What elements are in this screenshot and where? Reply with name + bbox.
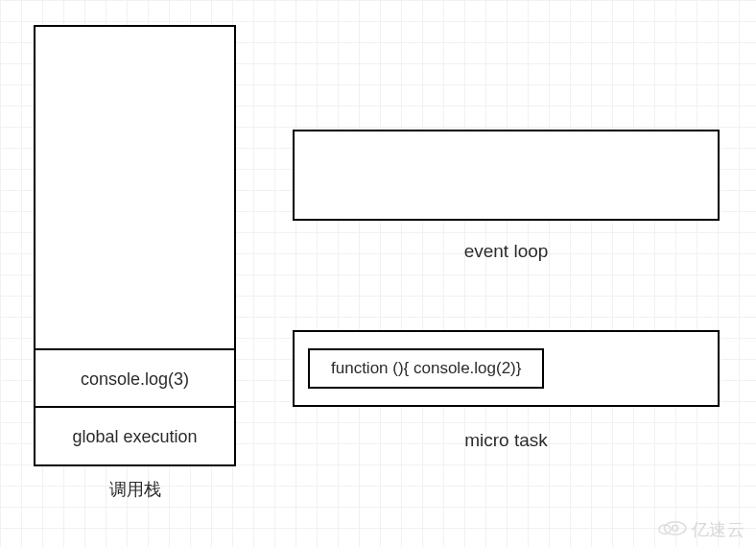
svg-point-0: [664, 522, 686, 535]
micro-task-label: micro task: [293, 430, 720, 451]
call-stack-empty-space: [35, 27, 234, 348]
micro-task-box: function (){ console.log(2)}: [293, 330, 720, 407]
diagram-canvas: console.log(3) global execution 调用栈 even…: [0, 0, 756, 547]
cloud-icon: [657, 517, 688, 541]
call-stack-frame: global execution: [35, 406, 234, 464]
call-stack-label: 调用栈: [34, 478, 236, 501]
call-stack-box: console.log(3) global execution: [34, 25, 236, 466]
svg-point-2: [672, 525, 677, 531]
watermark: 亿速云: [657, 517, 745, 541]
event-loop-label: event loop: [293, 241, 720, 262]
event-loop-box: [293, 130, 720, 221]
call-stack-frame: console.log(3): [35, 348, 234, 406]
micro-task-item: function (){ console.log(2)}: [308, 348, 544, 389]
watermark-text: 亿速云: [692, 518, 745, 541]
